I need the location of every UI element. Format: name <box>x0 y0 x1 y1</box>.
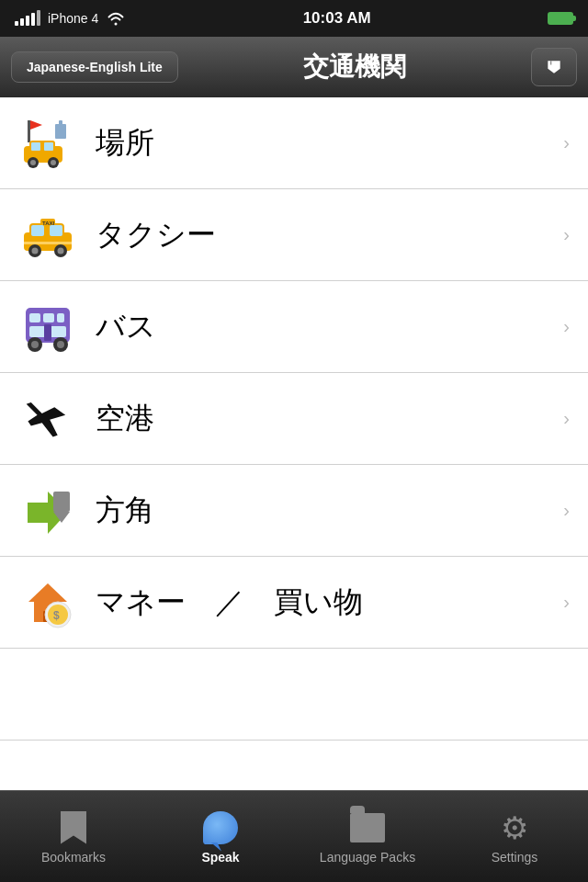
svg-point-32 <box>57 341 64 348</box>
svg-rect-17 <box>31 225 44 236</box>
tag-icon <box>545 56 563 78</box>
nav-bar: Japanese-English Lite 交通機関 <box>0 37 588 97</box>
svg-rect-5 <box>31 142 40 151</box>
svg-point-10 <box>51 160 56 165</box>
item-label: タクシー <box>96 215 216 255</box>
svg-rect-1 <box>28 120 30 142</box>
status-right <box>548 12 573 25</box>
list-item[interactable]: 空港 › <box>0 373 588 465</box>
signal-icon <box>15 11 40 26</box>
carrier-name: iPhone 4 <box>48 11 98 26</box>
svg-marker-2 <box>30 120 42 130</box>
list-item[interactable]: 方角 › <box>0 465 588 557</box>
chevron-icon: › <box>563 224 570 245</box>
bus-icon <box>18 298 77 356</box>
empty-row <box>0 741 588 790</box>
svg-point-8 <box>30 160 36 165</box>
chevron-icon: › <box>563 316 570 337</box>
list-container: 場所 › TAXI <box>0 97 588 790</box>
svg-rect-27 <box>57 313 64 322</box>
bookmark-tab-icon <box>55 809 92 846</box>
empty-row <box>0 649 588 741</box>
direction-icon <box>18 481 77 540</box>
tab-speak-label: Speak <box>201 850 239 865</box>
svg-marker-37 <box>28 583 67 602</box>
svg-rect-33 <box>44 324 51 341</box>
back-button[interactable]: Japanese-English Lite <box>11 51 178 83</box>
svg-rect-12 <box>59 120 62 126</box>
tab-language-packs[interactable]: Language Packs <box>294 802 441 872</box>
item-label: 方角 <box>96 491 154 531</box>
svg-rect-26 <box>43 313 54 322</box>
svg-point-23 <box>58 247 64 254</box>
svg-rect-11 <box>55 124 66 139</box>
nav-title: 交通機関 <box>189 50 520 85</box>
money-icon: $ <box>18 573 77 632</box>
svg-rect-35 <box>53 492 70 512</box>
list-item[interactable]: $ マネー ／ 買い物 › <box>0 557 588 649</box>
tab-language-packs-label: Language Packs <box>320 850 415 865</box>
svg-rect-6 <box>44 142 53 151</box>
gear-tab-icon: ⚙ <box>496 809 533 846</box>
main-content: 場所 › TAXI <box>0 97 588 790</box>
places-icon <box>18 114 77 173</box>
battery-icon <box>548 12 573 25</box>
list-item[interactable]: 場所 › <box>0 97 588 189</box>
item-label: 場所 <box>96 123 154 164</box>
status-bar: iPhone 4 10:03 AM <box>0 0 588 37</box>
airport-icon <box>18 390 77 448</box>
chevron-icon: › <box>563 592 570 613</box>
tab-speak[interactable]: Speak <box>147 802 294 872</box>
action-button[interactable] <box>531 48 577 86</box>
item-label: 空港 <box>96 399 154 439</box>
chevron-icon: › <box>563 132 570 153</box>
svg-point-21 <box>32 247 39 254</box>
tab-bar: Bookmarks Speak Language Packs ⚙ Setting… <box>0 790 588 882</box>
status-time: 10:03 AM <box>303 9 371 28</box>
chevron-icon: › <box>563 408 570 429</box>
speak-tab-icon <box>202 809 239 846</box>
taxi-icon: TAXI <box>18 206 77 265</box>
tab-bookmarks[interactable]: Bookmarks <box>0 802 147 872</box>
svg-rect-19 <box>24 242 72 244</box>
item-label: バス <box>96 307 156 347</box>
svg-text:$: $ <box>53 609 60 622</box>
list-item[interactable]: TAXI タクシー › <box>0 189 588 281</box>
folder-tab-icon <box>349 809 386 846</box>
svg-rect-18 <box>50 225 62 236</box>
tab-settings[interactable]: ⚙ Settings <box>441 802 588 872</box>
wifi-icon <box>106 11 126 26</box>
chevron-icon: › <box>563 500 570 521</box>
list-item[interactable]: バス › <box>0 281 588 373</box>
svg-rect-25 <box>29 313 40 322</box>
item-label: マネー ／ 買い物 <box>96 582 363 623</box>
svg-point-30 <box>31 341 39 348</box>
tab-settings-label: Settings <box>492 850 538 865</box>
status-left: iPhone 4 <box>15 11 126 26</box>
tab-bookmarks-label: Bookmarks <box>41 850 106 865</box>
